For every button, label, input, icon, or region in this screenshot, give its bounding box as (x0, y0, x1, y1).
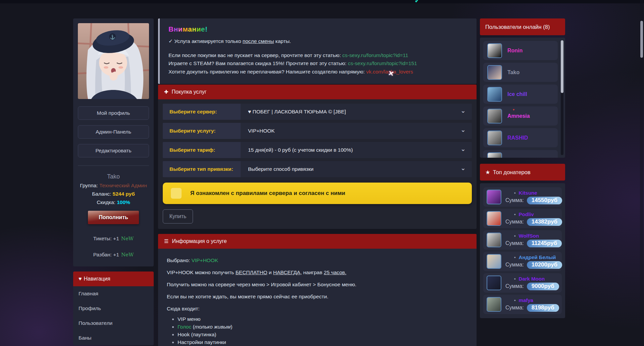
includes-list: VIP меню Голос (только живым) Hook (паут… (167, 316, 468, 346)
server-select-value[interactable]: ♥ ПОБЕГ | ЛАСКОВАЯ ТЮРЬМА © [JBE]⌄ (241, 104, 472, 120)
top-donators-card: •Kitsune Сумма:14550руб •Podliv Сумма:14… (480, 183, 565, 318)
nav-item-bans[interactable]: Баны (73, 331, 154, 345)
online-user-name: Tako (507, 69, 519, 76)
bullet-italic: только живым (195, 324, 231, 330)
heart-icon: ♥ (79, 276, 82, 282)
admin-panel-button[interactable]: Админ-Панель (78, 125, 149, 139)
donator-name: Podliv (519, 211, 534, 217)
topbar: ✔ (0, 0, 644, 3)
donator-row[interactable]: •WolfSon Сумма:11245руб (483, 230, 562, 250)
online-user-row[interactable]: Ice chill (483, 85, 558, 104)
avatar (487, 276, 501, 290)
sum-label: Сумма: (505, 240, 524, 246)
donator-name: Андрей Белый (519, 254, 556, 260)
navigation-header: ♥Навигация (73, 271, 154, 286)
warning-tips: Если после покупки вас не пускает на сер… (168, 52, 468, 75)
online-user-name: Amnesia (507, 113, 530, 119)
tariff-selected-option: 15 дня(ей) - 0 руб (с учетом скидки в 10… (248, 147, 353, 153)
agree-checkbox[interactable] (171, 188, 182, 199)
donator-row[interactable]: •Kitsune Сумма:14550руб (483, 187, 562, 207)
forum-link[interactable]: cs-sexy.ru/forum/topic?id=11 (342, 52, 408, 58)
tickets-new-badge: NeW (121, 236, 134, 242)
balance-value: 5244 руб (113, 191, 135, 197)
nav-item-users[interactable]: Пользователи (73, 316, 154, 331)
agree-rules-banner[interactable]: Я ознакомлен с правилами сервера и согла… (163, 183, 472, 204)
profile-avatar: ⚓ (78, 23, 149, 99)
avatar (487, 131, 502, 145)
donation-amount: 9000руб (527, 283, 559, 290)
list-icon: ☰ (164, 238, 168, 244)
users-scrollbar-thumb[interactable] (561, 40, 563, 93)
warning-card: Внимание! ✓ Услуга активируется только п… (158, 18, 477, 84)
online-user-row[interactable] (483, 150, 558, 158)
balance-line: Баланс: 5244 руб (78, 191, 149, 197)
p1-forever: НАВСЕГДА (273, 269, 300, 275)
p1-hours: 25 часов. (324, 269, 346, 275)
line1-post: карты. (274, 38, 291, 44)
title-letter: ! (205, 25, 208, 33)
selected-service-value: VIP+HOOK (191, 257, 218, 263)
avatar (487, 211, 501, 226)
profile-card: ⚓ Мой профиль Админ-Панель Редактировать… (73, 18, 154, 266)
topup-button[interactable]: Пополнить (88, 211, 139, 224)
forum-link[interactable]: cs-sexy.ru/forum/topic?id=151 (348, 60, 417, 66)
online-user-row[interactable]: Ronin (483, 41, 558, 60)
tickets-line[interactable]: Тикеты: +1NeW (78, 236, 149, 242)
donator-row[interactable]: •Dark Moon Сумма:9000руб (483, 273, 562, 293)
avatar (487, 43, 502, 58)
title-letter: е (201, 25, 205, 33)
donator-row[interactable]: •Podliv Сумма:14382руб (483, 209, 562, 228)
line1-pre: ✓ Услуга активируется только (168, 38, 243, 44)
chevron-down-icon: ⌄ (460, 165, 466, 171)
includes-line: Сюда входит: (167, 305, 468, 312)
buy-button[interactable]: Купить (163, 209, 193, 224)
donation-amount: 14550руб (527, 197, 562, 204)
avatar (487, 65, 502, 80)
service-select-label: Выберите услугу: (163, 123, 241, 139)
page-scrollbar-thumb[interactable] (640, 21, 643, 58)
edit-button[interactable]: Редактировать (78, 144, 149, 157)
binding-select-value[interactable]: Выберите способ привязки⌄ (241, 161, 472, 177)
tariff-select-value[interactable]: 15 дня(ей) - 0 руб (с учетом скидки в 10… (241, 142, 472, 158)
p1-text: , наиграв (300, 269, 324, 275)
main-content: Внимание! ✓ Услуга активируется только п… (158, 18, 477, 346)
service-selected-option: VIP+HOOK (248, 128, 275, 134)
donator-row[interactable]: •Андрей Белый Сумма:10200руб (483, 252, 562, 271)
sum-label: Сумма: (505, 262, 524, 268)
donator-info: •Андрей Белый Сумма:10200руб (505, 254, 562, 269)
anime-avatar-image: ⚓ (78, 23, 149, 99)
users-scrollbar[interactable] (561, 40, 563, 155)
online-user-row[interactable]: Tako (483, 63, 558, 82)
how-to-get-line: Получить можно на сервере через меню > И… (167, 281, 468, 288)
divider (78, 165, 149, 166)
purchase-header: ✚Покупка услуг (158, 85, 477, 99)
bullet-text: VIP меню (178, 316, 200, 322)
online-user-row[interactable]: RASHID (483, 128, 558, 147)
service-select-value[interactable]: VIP+HOOK⌄ (241, 123, 472, 139)
tip-row: Хотите докупить привилегию не переплачив… (168, 68, 468, 75)
sum-label: Сумма: (505, 305, 524, 311)
my-profile-button[interactable]: Мой профиль (78, 106, 149, 120)
unban-line[interactable]: Разбан: +1NeW (78, 252, 149, 258)
nav-item-home[interactable]: Главная (73, 286, 154, 301)
tip-text: Если после покупки вас не пускает на сер… (168, 52, 342, 58)
donator-row[interactable]: •mafya Сумма:8198руб (483, 295, 562, 314)
p1-text: и (267, 269, 273, 275)
donator-info: •Dark Moon Сумма:9000руб (505, 276, 559, 290)
plus-icon: ✚ (164, 89, 168, 95)
list-item: Голос (только живым) (178, 324, 468, 330)
tariff-select[interactable]: Выберите тариф: 15 дня(ей) - 0 руб (с уч… (163, 142, 472, 158)
online-user-row[interactable]: Amnesia ▾ (483, 106, 558, 126)
service-info-body: Выбрано: VIP+HOOK VIP+HOOK можно получит… (158, 249, 477, 346)
server-select[interactable]: Выберите сервер: ♥ ПОБЕГ | ЛАСКОВАЯ ТЮРЬ… (163, 104, 472, 120)
title-letter: В (168, 25, 174, 33)
donator-name: Dark Moon (519, 276, 545, 282)
donation-amount: 14382руб (527, 218, 562, 226)
balance-label: Баланс: (92, 191, 112, 197)
binding-selected-option: Выберите способ привязки (248, 166, 313, 172)
nav-item-profile[interactable]: Профиль (73, 301, 154, 316)
binding-select[interactable]: Выберите тип привязки: Выберите способ п… (163, 161, 472, 177)
page-scrollbar[interactable] (640, 0, 643, 346)
service-select[interactable]: Выберите услугу: VIP+HOOK⌄ (163, 123, 472, 139)
bullet-text: Hook (паутинка) (178, 332, 216, 337)
